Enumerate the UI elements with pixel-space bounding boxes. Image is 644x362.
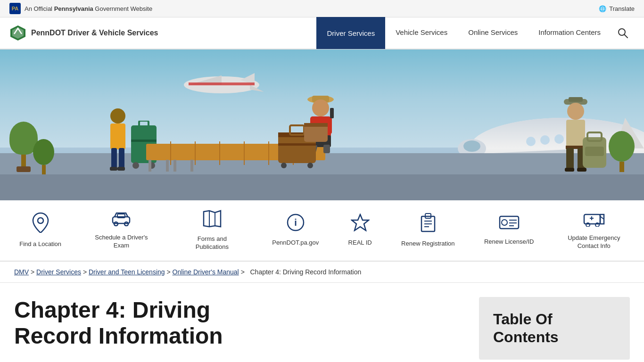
svg-rect-37 bbox=[166, 160, 169, 172]
svg-rect-38 bbox=[173, 160, 176, 172]
forms-label: Forms and Publications bbox=[182, 235, 243, 251]
ambulance-icon bbox=[583, 211, 605, 230]
svg-point-18 bbox=[110, 108, 125, 123]
main-content: Chapter 4: Driving Record Information Ta… bbox=[0, 283, 644, 362]
penndot-label: PennDOT.pa.gov bbox=[272, 239, 319, 247]
svg-rect-21 bbox=[119, 148, 124, 169]
quick-link-schedule-exam[interactable]: Schedule a Driver's Exam bbox=[91, 211, 152, 250]
svg-rect-17 bbox=[189, 82, 255, 85]
page-title: Chapter 4: Driving Record Information bbox=[14, 297, 460, 349]
svg-point-27 bbox=[132, 162, 139, 169]
penndot-logo-icon bbox=[9, 25, 26, 41]
hero-image bbox=[0, 49, 644, 200]
id-card-icon bbox=[499, 214, 520, 234]
svg-marker-74 bbox=[204, 211, 221, 227]
official-text: An Official Pennsylvania Government Webs… bbox=[25, 5, 152, 12]
breadcrumb-manual[interactable]: Online Driver's Manual bbox=[173, 268, 239, 276]
toc-title: Table Of Contents bbox=[493, 310, 616, 346]
plane-small bbox=[179, 66, 264, 99]
svg-point-8 bbox=[540, 135, 550, 145]
svg-rect-62 bbox=[566, 148, 574, 171]
nav-online-services[interactable]: Online Services bbox=[458, 17, 528, 49]
logo-area[interactable]: PennDOT Driver & Vehicle Services bbox=[9, 25, 158, 41]
svg-point-7 bbox=[526, 137, 536, 146]
quick-link-renew-license[interactable]: Renew License/ID bbox=[484, 214, 534, 246]
svg-point-59 bbox=[567, 103, 584, 120]
svg-rect-19 bbox=[110, 123, 125, 149]
info-icon: i bbox=[287, 214, 305, 235]
svg-rect-45 bbox=[330, 108, 334, 118]
quick-link-penndot[interactable]: i PennDOT.pa.gov bbox=[272, 214, 319, 247]
svg-point-42 bbox=[312, 99, 329, 116]
svg-point-54 bbox=[307, 163, 313, 168]
svg-rect-56 bbox=[304, 123, 328, 127]
svg-point-53 bbox=[281, 163, 287, 168]
quick-link-find-location[interactable]: Find a Location bbox=[19, 212, 61, 248]
svg-rect-64 bbox=[565, 168, 574, 172]
quick-link-renew-reg[interactable]: Renew Registration bbox=[401, 213, 454, 248]
translate-label: Translate bbox=[609, 5, 635, 12]
toc-box: Table Of Contents bbox=[479, 297, 630, 360]
svg-rect-20 bbox=[111, 148, 117, 169]
renew-reg-label: Renew Registration bbox=[401, 240, 454, 248]
breadcrumb-driver-services[interactable]: Driver Services bbox=[36, 268, 81, 276]
clipboard-icon bbox=[420, 213, 437, 236]
real-id-label: REAL ID bbox=[348, 239, 372, 247]
svg-point-69 bbox=[38, 218, 43, 223]
quick-link-emergency[interactable]: Update Emergency Contact Info bbox=[563, 211, 625, 250]
tree-left2 bbox=[33, 139, 54, 174]
svg-line-3 bbox=[625, 35, 628, 38]
svg-marker-79 bbox=[352, 214, 369, 230]
luggage-pile bbox=[273, 116, 330, 174]
svg-rect-36 bbox=[149, 160, 151, 172]
schedule-exam-label: Schedule a Driver's Exam bbox=[91, 234, 152, 250]
svg-point-86 bbox=[502, 220, 507, 225]
nav-driver-services[interactable]: Driver Services bbox=[316, 17, 385, 49]
header: PennDOT Driver & Vehicle Services Driver… bbox=[0, 17, 644, 49]
globe-icon: 🌐 bbox=[599, 5, 606, 12]
official-notice: PA An Official Pennsylvania Government W… bbox=[9, 3, 152, 14]
car-icon bbox=[111, 211, 132, 230]
backpack bbox=[580, 130, 609, 174]
svg-text:i: i bbox=[294, 217, 297, 228]
star-icon bbox=[351, 214, 370, 235]
svg-point-12 bbox=[463, 140, 480, 152]
renew-license-label: Renew License/ID bbox=[484, 238, 534, 246]
find-location-label: Find a Location bbox=[19, 240, 61, 248]
svg-rect-50 bbox=[278, 143, 316, 146]
logo-text: PennDOT Driver & Vehicle Services bbox=[31, 29, 158, 37]
svg-rect-23 bbox=[117, 167, 125, 171]
tree-right bbox=[609, 131, 635, 172]
svg-rect-22 bbox=[110, 167, 117, 171]
pa-logo: PA bbox=[9, 3, 21, 14]
search-button[interactable] bbox=[611, 17, 635, 49]
breadcrumb-dmv[interactable]: DMV bbox=[14, 268, 29, 276]
breadcrumb-teen-licensing[interactable]: Driver and Teen Licensing bbox=[89, 268, 165, 276]
svg-rect-39 bbox=[190, 160, 193, 172]
map-icon bbox=[203, 210, 222, 231]
quick-link-real-id[interactable]: REAL ID bbox=[348, 214, 372, 247]
svg-rect-58 bbox=[569, 97, 583, 102]
breadcrumb: DMV > Driver Services > Driver and Teen … bbox=[0, 262, 644, 283]
location-pin-icon bbox=[32, 212, 49, 237]
nav-vehicle-services[interactable]: Vehicle Services bbox=[385, 17, 458, 49]
translate-button[interactable]: 🌐 Translate bbox=[599, 5, 635, 12]
quick-links-bar: Find a Location Schedule a Driver's Exam… bbox=[0, 200, 644, 262]
emergency-label: Update Emergency Contact Info bbox=[563, 234, 625, 250]
page-title-area: Chapter 4: Driving Record Information bbox=[14, 297, 460, 360]
top-bar: PA An Official Pennsylvania Government W… bbox=[0, 0, 644, 17]
breadcrumb-current: Chapter 4: Driving Record Information bbox=[250, 268, 361, 276]
main-nav: Driver Services Vehicle Services Online … bbox=[316, 17, 635, 49]
svg-rect-68 bbox=[585, 147, 604, 156]
quick-link-forms[interactable]: Forms and Publications bbox=[182, 210, 243, 251]
search-icon bbox=[618, 28, 628, 38]
nav-information-centers[interactable]: Information Centers bbox=[528, 17, 611, 49]
